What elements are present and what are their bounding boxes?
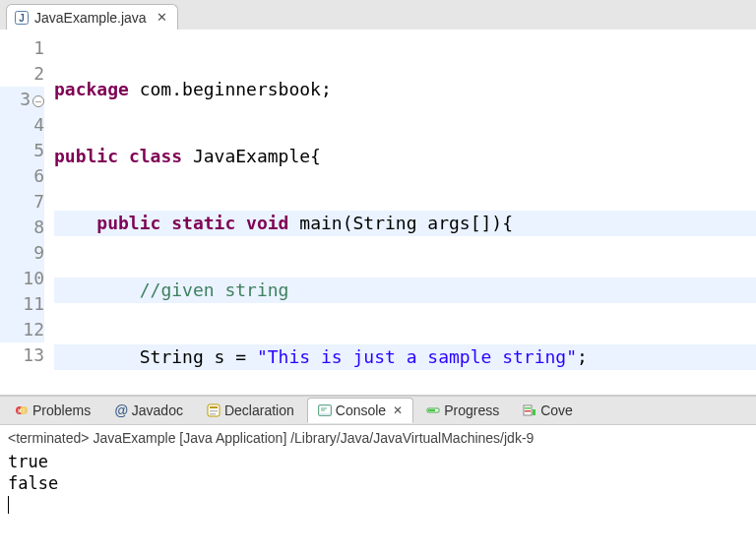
declaration-icon xyxy=(207,403,220,417)
editor-tabbar: J JavaExample.java ✕ xyxy=(0,0,756,30)
code-line: //given string xyxy=(54,278,756,303)
tab-declaration[interactable]: Declaration xyxy=(196,398,305,423)
view-tabbar: ✕! Problems @ Javadoc Declaration Consol… xyxy=(0,396,756,425)
code-line: String s = "This is just a sample string… xyxy=(54,344,756,370)
view-tab-label: Problems xyxy=(32,402,91,418)
svg-rect-19 xyxy=(533,409,536,415)
code-lines[interactable]: package com.beginnersbook; public class … xyxy=(54,35,756,395)
view-tab-label: Cove xyxy=(540,402,573,418)
console-icon xyxy=(318,403,332,417)
close-icon[interactable]: ✕ xyxy=(393,403,403,417)
line-gutter: 1 2 3– 4 5 6 7 8 9 10 11 12 13 xyxy=(0,35,54,395)
problems-icon: ✕! xyxy=(15,403,29,417)
bottom-panel: ✕! Problems @ Javadoc Declaration Consol… xyxy=(0,396,756,524)
view-tab-label: Javadoc xyxy=(132,402,183,418)
console-launch-info: <terminated> JavaExample [Java Applicati… xyxy=(8,427,748,451)
console-output-line: true xyxy=(8,451,748,472)
editor-tab-label: JavaExample.java xyxy=(34,10,147,26)
svg-rect-12 xyxy=(321,408,327,409)
svg-rect-15 xyxy=(428,409,435,411)
coverage-icon xyxy=(523,403,536,417)
svg-rect-13 xyxy=(321,410,325,411)
tab-console[interactable]: Console ✕ xyxy=(307,398,413,423)
tab-problems[interactable]: ✕! Problems xyxy=(4,398,101,423)
svg-rect-7 xyxy=(210,406,218,408)
code-line: package com.beginnersbook; xyxy=(54,77,756,102)
console-output-line: false xyxy=(8,472,748,494)
tab-coverage[interactable]: Cove xyxy=(512,398,584,423)
javadoc-icon: @ xyxy=(114,402,128,418)
svg-rect-17 xyxy=(525,407,531,409)
code-line: public class JavaExample{ xyxy=(54,144,756,169)
close-icon[interactable]: ✕ xyxy=(157,10,167,25)
view-tab-label: Declaration xyxy=(224,402,294,418)
java-file-icon: J xyxy=(15,11,29,25)
editor-pane: J JavaExample.java ✕ 1 2 3– 4 5 6 7 8 9 … xyxy=(0,0,756,396)
view-tab-label: Progress xyxy=(444,402,499,418)
svg-rect-9 xyxy=(210,413,216,415)
code-editor[interactable]: 1 2 3– 4 5 6 7 8 9 10 11 12 13 package c… xyxy=(0,30,756,395)
view-tab-label: Console xyxy=(336,402,386,418)
tab-progress[interactable]: Progress xyxy=(415,398,510,423)
editor-tab[interactable]: J JavaExample.java ✕ xyxy=(6,4,178,30)
code-line: public static void main(String args[]){ xyxy=(54,211,756,236)
progress-icon xyxy=(426,403,440,417)
svg-text:J: J xyxy=(19,13,25,24)
svg-rect-8 xyxy=(210,410,218,412)
tab-javadoc[interactable]: @ Javadoc xyxy=(103,398,194,423)
console-view[interactable]: <terminated> JavaExample [Java Applicati… xyxy=(0,425,756,524)
fold-icon[interactable]: – xyxy=(32,95,44,107)
svg-text:!: ! xyxy=(23,407,25,414)
svg-rect-18 xyxy=(525,410,531,412)
console-cursor-line xyxy=(8,494,748,516)
text-cursor xyxy=(8,496,9,514)
